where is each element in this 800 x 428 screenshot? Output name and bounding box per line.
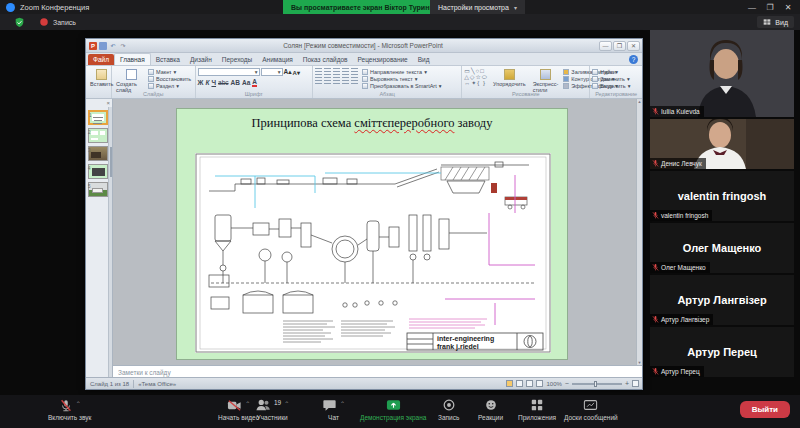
- italic-button[interactable]: К: [205, 79, 209, 86]
- slide-thumbnail-4[interactable]: 4: [88, 164, 108, 179]
- shrink-font-button[interactable]: А▾: [293, 69, 300, 76]
- maximize-button[interactable]: ❐: [762, 0, 778, 14]
- tab-design[interactable]: Дизайн: [185, 54, 217, 65]
- select-button[interactable]: Выделить ▾: [592, 83, 640, 89]
- video-options-chevron[interactable]: ⌃: [245, 400, 250, 407]
- slide-sorter-view-icon[interactable]: [516, 380, 523, 387]
- replace-button[interactable]: Заменить ▾: [592, 76, 640, 82]
- align-center-icon[interactable]: [324, 77, 331, 84]
- slide-editor-area[interactable]: Принципова схема сміттєпереробного завод…: [113, 99, 642, 365]
- tab-animations[interactable]: Анимация: [257, 54, 298, 65]
- smartart-button[interactable]: Преобразовать в SmartArt ▾: [362, 83, 441, 89]
- ppt-minimize-button[interactable]: —: [599, 41, 612, 51]
- tab-slideshow[interactable]: Показ слайдов: [298, 54, 353, 65]
- slide-thumbnail-2[interactable]: 2: [88, 128, 108, 143]
- char-spacing-button[interactable]: АВ: [231, 79, 240, 86]
- chat-icon: [322, 398, 337, 412]
- font-name-combobox[interactable]: ▾: [198, 68, 260, 76]
- change-case-button[interactable]: Аа: [242, 79, 250, 86]
- apps-button[interactable]: Приложения: [518, 398, 556, 421]
- align-right-icon[interactable]: [333, 77, 340, 84]
- line-spacing-icon[interactable]: [351, 68, 358, 75]
- tab-transitions[interactable]: Переходы: [217, 54, 258, 65]
- redo-icon[interactable]: ↷: [119, 42, 127, 50]
- slide-thumbnail-1[interactable]: 1: [88, 110, 108, 125]
- leave-meeting-button[interactable]: Выйти: [740, 401, 790, 418]
- editor-scrollbar[interactable]: ▲▼: [636, 99, 642, 365]
- shapes-gallery[interactable]: ▭╲○□△◇☆⬭↔✦{ }: [464, 68, 488, 86]
- view-settings-button[interactable]: Настройки просмотра ▾: [430, 0, 525, 14]
- reset-button[interactable]: Восстановить: [148, 76, 191, 82]
- justify-icon[interactable]: [342, 77, 349, 84]
- slide-thumbnail-5[interactable]: 5: [88, 182, 108, 197]
- ppt-restore-button[interactable]: ❐: [613, 41, 626, 51]
- zoom-in-button[interactable]: +: [625, 381, 629, 387]
- participant-video-iuliia[interactable]: Iuliia Kuievda: [650, 30, 794, 117]
- security-shield-icon[interactable]: [14, 17, 25, 28]
- ppt-titlebar[interactable]: P ↶ ↷ Солян [Режим совместимости] - Micr…: [86, 39, 642, 53]
- bullets-icon[interactable]: [315, 68, 322, 75]
- zoom-out-button[interactable]: −: [565, 381, 569, 387]
- close-button[interactable]: ✕: [780, 0, 796, 14]
- tab-review[interactable]: Рецензирование: [353, 54, 413, 65]
- record-button[interactable]: Запись: [438, 398, 459, 421]
- tab-insert[interactable]: Вставка: [151, 54, 185, 65]
- columns-icon[interactable]: [351, 77, 358, 84]
- normal-view-icon[interactable]: [506, 380, 513, 387]
- fit-to-window-icon[interactable]: [632, 380, 639, 387]
- chat-options-chevron[interactable]: ⌃: [340, 400, 345, 407]
- participant-tile-artur-langvizer[interactable]: Артур Лангвізер Артур Лангвізер: [650, 275, 794, 325]
- grow-font-button[interactable]: А▴: [284, 68, 292, 76]
- arrange-button[interactable]: Упорядочить: [491, 68, 528, 88]
- thumbnails-scrollbar[interactable]: [108, 107, 112, 379]
- ppt-close-button[interactable]: ✕: [627, 41, 640, 51]
- participant-tile-oleg[interactable]: Олег Мащенко Олег Мащенко: [650, 223, 794, 273]
- participant-video-denys[interactable]: Денис Левчук: [650, 119, 794, 169]
- underline-button[interactable]: Ч: [211, 79, 216, 86]
- align-left-icon[interactable]: [315, 77, 322, 84]
- mic-options-chevron[interactable]: ⌃: [76, 400, 81, 407]
- tab-view[interactable]: Вид: [413, 54, 435, 65]
- section-button[interactable]: Раздел ▾: [148, 83, 191, 89]
- reading-view-icon[interactable]: [526, 380, 533, 387]
- slideshow-view-icon[interactable]: [536, 380, 543, 387]
- tab-file[interactable]: Файл: [88, 54, 114, 65]
- close-thumbnails-icon[interactable]: ×: [106, 100, 110, 106]
- find-button[interactable]: Найти: [592, 69, 640, 75]
- bold-button[interactable]: Ж: [198, 79, 204, 86]
- slide-canvas[interactable]: Принципова схема сміттєпереробного завод…: [176, 108, 568, 360]
- reactions-button[interactable]: Реакции: [478, 398, 503, 421]
- plant-schematic-image[interactable]: inter-engineering frank j.riedel: [195, 153, 551, 353]
- numbering-icon[interactable]: [324, 68, 331, 75]
- increase-indent-icon[interactable]: [342, 68, 349, 75]
- slide-title[interactable]: Принципова схема сміттєпереробного завод…: [177, 116, 567, 131]
- unmute-button[interactable]: ⌃ Включить звук: [48, 398, 91, 421]
- share-screen-button[interactable]: Демонстрация экрана: [360, 398, 426, 421]
- zoom-slider[interactable]: [572, 383, 622, 385]
- muted-mic-icon: [652, 315, 659, 324]
- save-icon[interactable]: [99, 42, 107, 50]
- minimize-button[interactable]: —: [744, 0, 760, 14]
- font-color-button[interactable]: А: [252, 78, 257, 87]
- start-video-button[interactable]: ⌃ Начать видео: [218, 398, 259, 421]
- font-size-combobox[interactable]: ▾: [261, 68, 283, 76]
- participant-tile-artur-perets[interactable]: Артур Перец Артур Перец: [650, 327, 794, 377]
- whiteboards-button[interactable]: Доски сообщений: [564, 398, 618, 421]
- text-direction-button[interactable]: Направление текста ▾: [362, 69, 441, 75]
- help-icon[interactable]: ?: [629, 55, 638, 64]
- decrease-indent-icon[interactable]: [333, 68, 340, 75]
- layout-button[interactable]: Макет ▾: [148, 69, 191, 75]
- align-text-button[interactable]: Выровнять текст ▾: [362, 76, 441, 82]
- participant-tile-valentin[interactable]: valentin fringosh valentin fringosh: [650, 171, 794, 221]
- slide-thumbnail-3[interactable]: 3: [88, 146, 108, 161]
- view-button[interactable]: Вид: [757, 16, 794, 28]
- smartart-icon: [362, 83, 368, 89]
- tab-home[interactable]: Главная: [114, 53, 151, 65]
- recording-indicator-icon[interactable]: [39, 17, 49, 27]
- participants-options-chevron[interactable]: ⌃: [284, 400, 289, 407]
- participants-button[interactable]: 19 ⌃ Участники: [255, 398, 289, 421]
- chat-button[interactable]: ⌃ Чат: [322, 398, 345, 421]
- powerpoint-logo-icon[interactable]: P: [89, 42, 97, 50]
- strikethrough-button[interactable]: abc: [218, 79, 228, 86]
- undo-icon[interactable]: ↶: [109, 42, 117, 50]
